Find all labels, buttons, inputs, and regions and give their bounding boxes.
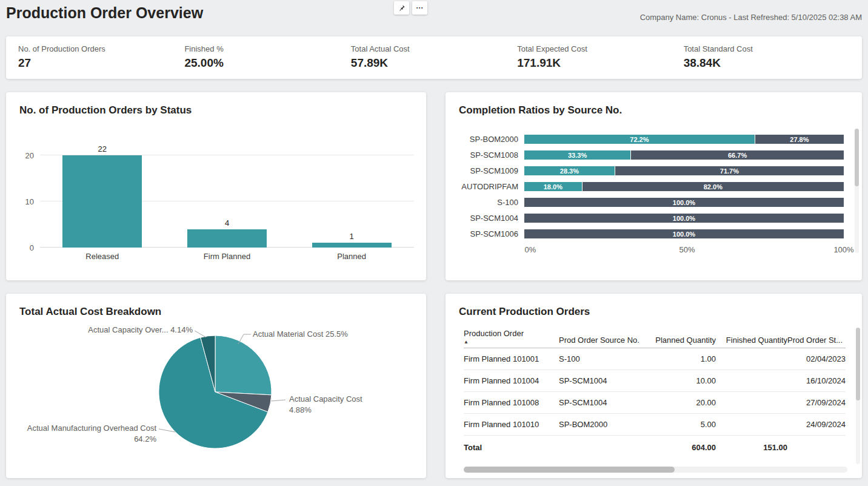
table-cell: SP-SCM1004 [559, 370, 651, 392]
pin-button[interactable] [394, 1, 409, 15]
stacked-track: 100.0% [524, 198, 844, 207]
stacked-track: 100.0% [524, 214, 844, 223]
table-row[interactable]: Firm Planned 101001S-1001.0002/04/2023 [464, 348, 846, 370]
header: Production Order Overview ··· Company Na… [6, 0, 862, 36]
more-options-icon: ··· [416, 4, 424, 12]
x-axis-label: Released [40, 252, 165, 261]
segment-finished[interactable]: 33.3% [524, 150, 630, 160]
table-vertical-scrollbar[interactable] [856, 328, 860, 464]
stacked-row-3: AUTODRIPFAM 18.0%82.0% [453, 182, 844, 191]
column-header-2[interactable]: Planned Quantity [651, 325, 716, 348]
column-header-4[interactable]: Prod Order St... [787, 325, 846, 348]
stacked-row-5: SP-SCM1004 100.0% [453, 214, 844, 223]
status-chart-card: No. of Production Orders by Status 01020… [6, 92, 426, 280]
table-cell: Firm Planned 101010 [464, 414, 559, 436]
orders-table-wrap: Production Order▲ Prod Order Source No. … [464, 325, 847, 457]
table-row[interactable]: Firm Planned 101004SP-SCM100410.0016/10/… [464, 370, 846, 392]
more-options-button[interactable]: ··· [412, 1, 427, 15]
stacked-row-2: SP-SCM1009 28.3%71.7% [453, 166, 844, 175]
segment-finished[interactable]: 18.0% [524, 182, 582, 191]
pie-label-line [195, 331, 206, 337]
segment-remaining[interactable]: 27.8% [755, 135, 844, 144]
total-cell [787, 436, 846, 457]
bar-firm-planned[interactable] [187, 229, 267, 248]
kpi-value: 171.91K [517, 56, 683, 70]
table-cell: 24/09/2024 [787, 414, 846, 436]
bar-released[interactable] [62, 155, 142, 248]
cost-breakdown-card: Total Actual Cost Breakdown Actual Mater… [6, 294, 426, 478]
pie-slice-0[interactable] [215, 336, 272, 395]
table-cell: Firm Planned 101004 [464, 370, 559, 392]
cost-breakdown-pie-chart: Actual Material Cost 25.5%Actual Capacit… [6, 319, 426, 472]
table-cell: 02/04/2023 [787, 348, 846, 370]
segment-remaining[interactable]: 100.0% [524, 229, 844, 238]
kpi-row: No. of Production Orders27Finished %25.0… [6, 36, 862, 79]
stacked-track: 72.2%27.8% [524, 135, 844, 144]
kpi-label: No. of Production Orders [18, 44, 184, 53]
segment-finished[interactable]: 28.3% [524, 166, 615, 175]
total-cell: 604.00 [651, 436, 716, 457]
current-orders-card: Current Production Orders Production Ord… [446, 294, 862, 478]
column-header-3[interactable]: Finished Quantity [716, 325, 787, 348]
category-label: AUTODRIPFAM [453, 182, 524, 191]
completion-chart-card: Completion Ratios by Source No. SP-BOM20… [446, 92, 862, 280]
bar-value-label: 1 [350, 232, 354, 241]
page-title: Production Order Overview [6, 4, 203, 22]
kpi-value: 27 [18, 56, 184, 70]
header-toolbar: ··· [394, 1, 427, 15]
bar-planned[interactable] [312, 243, 392, 248]
category-label: SP-SCM1004 [453, 214, 524, 223]
x-axis-label: Firm Planned [165, 252, 290, 261]
completion-vertical-scrollbar[interactable] [855, 129, 859, 253]
kpi-4: Total Standard Cost38.84K [684, 44, 850, 71]
y-axis-label: 0 [30, 243, 34, 252]
table-cell: Firm Planned 101001 [464, 348, 559, 370]
category-label: SP-SCM1009 [453, 166, 524, 175]
table-row[interactable]: Firm Planned 101010SP-BOM20005.0024/09/2… [464, 414, 846, 436]
segment-remaining[interactable]: 82.0% [583, 182, 844, 191]
category-label: S-100 [453, 198, 524, 207]
bar-value-label: 22 [98, 144, 107, 154]
segment-remaining[interactable]: 100.0% [524, 198, 844, 207]
stacked-row-4: S-100 100.0% [453, 198, 844, 207]
category-label: SP-BOM2000 [453, 135, 524, 144]
kpi-label: Total Expected Cost [517, 44, 683, 53]
table-cell: 5.00 [651, 414, 716, 436]
bar-group-0: 22 [40, 144, 165, 248]
column-header-1[interactable]: Prod Order Source No. [559, 325, 651, 348]
y-axis-label: 10 [25, 197, 34, 206]
status-x-axis: ReleasedFirm PlannedPlanned [40, 252, 414, 261]
segment-remaining[interactable]: 66.7% [631, 150, 844, 160]
stacked-row-0: SP-BOM2000 72.2%27.8% [453, 135, 844, 144]
pie-label: Actual Capacity Over... 4.14% [88, 325, 193, 334]
column-header-0[interactable]: Production Order▲ [464, 325, 559, 348]
segment-remaining[interactable]: 71.7% [615, 166, 844, 175]
stacked-track: 100.0% [524, 229, 844, 238]
scrollbar-thumb[interactable] [855, 129, 859, 186]
segment-remaining[interactable]: 100.0% [524, 214, 844, 223]
table-cell: 1.00 [651, 348, 716, 370]
table-horizontal-scrollbar[interactable] [464, 467, 847, 473]
scrollbar-thumb[interactable] [464, 467, 675, 473]
orders-table: Production Order▲ Prod Order Source No. … [464, 325, 846, 457]
total-cell: 151.00 [716, 436, 787, 457]
kpi-3: Total Expected Cost171.91K [517, 44, 683, 71]
table-row[interactable]: Firm Planned 101008SP-SCM100420.0027/09/… [464, 392, 846, 414]
scrollbar-thumb[interactable] [856, 328, 860, 400]
dashboard-grid: No. of Production Orders by Status 01020… [6, 92, 862, 478]
bar-group-2: 1 [289, 144, 414, 248]
x-axis-label: Planned [289, 252, 414, 261]
stacked-row-6: SP-SCM1006 100.0% [453, 229, 844, 238]
table-cell: SP-BOM2000 [559, 414, 651, 436]
completion-x-axis: 0%50%100% [530, 245, 844, 255]
segment-finished[interactable]: 72.2% [524, 135, 755, 144]
stacked-row-1: SP-SCM1008 33.3%66.7% [453, 150, 844, 160]
status-column-chart: 01020 22 4 1 ReleasedFirm PlannedPlanned [40, 144, 414, 261]
category-label: SP-SCM1006 [453, 229, 524, 238]
chart-title-completion: Completion Ratios by Source No. [446, 92, 862, 116]
bar-group-1: 4 [165, 144, 290, 248]
sort-ascending-icon: ▲ [464, 339, 559, 345]
total-cell: Total [464, 436, 559, 457]
pie-label: Actual Material Cost 25.5% [253, 329, 348, 339]
kpi-label: Total Standard Cost [684, 44, 850, 53]
